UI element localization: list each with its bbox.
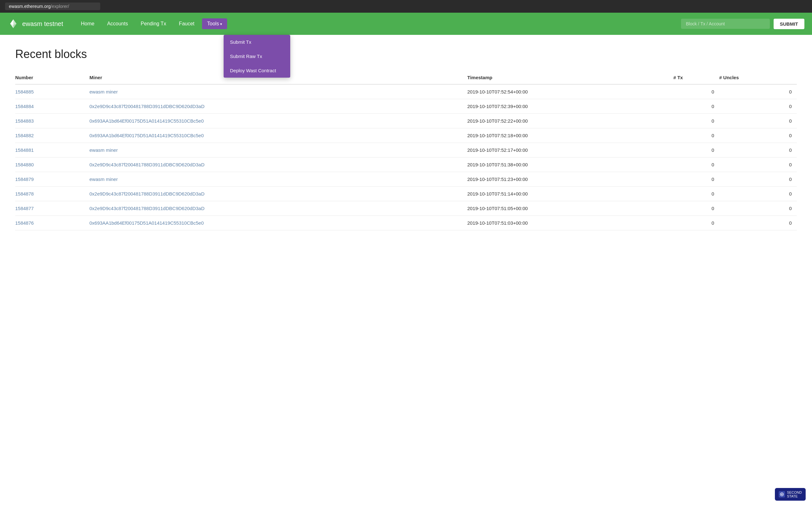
nav-right: SUBMIT (681, 19, 805, 29)
cell-block-number[interactable]: 1584884 (15, 99, 90, 114)
cell-tx-count: 0 (673, 84, 719, 99)
url-base: ewasm.ethereum.org (9, 4, 51, 9)
tools-chevron-icon (220, 21, 222, 26)
brand-name: ewasm testnet (22, 20, 63, 27)
nav-accounts[interactable]: Accounts (102, 18, 133, 29)
cell-miner[interactable]: 0x693AA1bd64Ef00175D51A0141419C55310CBc5… (90, 128, 467, 143)
cell-miner[interactable]: 0x693AA1bd64Ef00175D51A0141419C55310CBc5… (90, 216, 467, 230)
miner-link[interactable]: ewasm miner (90, 147, 118, 153)
cell-block-number[interactable]: 1584877 (15, 201, 90, 216)
table-header: Number Miner Timestamp # Tx # Uncles (15, 71, 797, 84)
cell-block-number[interactable]: 1584885 (15, 84, 90, 99)
cell-miner[interactable]: 0x2e9D9c43c87f200481788D3911dDBC9D620dD3… (90, 99, 467, 114)
cell-timestamp: 2019-10-10T07:52:22+00:00 (467, 114, 673, 128)
cell-timestamp: 2019-10-10T07:51:14+00:00 (467, 187, 673, 201)
cell-block-number[interactable]: 1584879 (15, 172, 90, 187)
cell-tx-count: 0 (673, 187, 719, 201)
cell-tx-count: 0 (673, 128, 719, 143)
cell-block-number[interactable]: 1584883 (15, 114, 90, 128)
table-row: 15848760x693AA1bd64Ef00175D51A0141419C55… (15, 216, 797, 230)
cell-block-number[interactable]: 1584876 (15, 216, 90, 230)
cell-uncles-count: 0 (719, 143, 797, 158)
cell-miner[interactable]: ewasm miner (90, 172, 467, 187)
second-state-badge[interactable]: SECONDSTATE (775, 488, 806, 501)
cell-block-number[interactable]: 1584882 (15, 128, 90, 143)
block-number-link[interactable]: 1584882 (15, 133, 34, 138)
second-state-icon (779, 491, 785, 498)
cell-tx-count: 0 (673, 172, 719, 187)
cell-uncles-count: 0 (719, 216, 797, 230)
th-uncles: # Uncles (719, 71, 797, 84)
miner-link[interactable]: 0x2e9D9c43c87f200481788D3911dDBC9D620dD3… (90, 206, 205, 211)
block-number-link[interactable]: 1584881 (15, 147, 34, 153)
cell-miner[interactable]: 0x2e9D9c43c87f200481788D3911dDBC9D620dD3… (90, 158, 467, 172)
cell-timestamp: 2019-10-10T07:52:39+00:00 (467, 99, 673, 114)
block-number-link[interactable]: 1584885 (15, 89, 34, 95)
block-number-link[interactable]: 1584883 (15, 118, 34, 124)
second-state-label: SECONDSTATE (787, 491, 802, 498)
cell-tx-count: 0 (673, 216, 719, 230)
eth-logo-icon (8, 18, 19, 30)
cell-uncles-count: 0 (719, 84, 797, 99)
nav-home[interactable]: Home (76, 18, 100, 29)
table-row: 15848840x2e9D9c43c87f200481788D3911dDBC9… (15, 99, 797, 114)
miner-link[interactable]: ewasm miner (90, 89, 118, 95)
block-number-link[interactable]: 1584884 (15, 104, 34, 109)
nav-faucet[interactable]: Faucet (174, 18, 200, 29)
browser-chrome: ewasm.ethereum.org/explorer/ (0, 0, 812, 13)
cell-timestamp: 2019-10-10T07:51:23+00:00 (467, 172, 673, 187)
cell-miner[interactable]: 0x2e9D9c43c87f200481788D3911dDBC9D620dD3… (90, 201, 467, 216)
address-bar[interactable]: ewasm.ethereum.org/explorer/ (5, 3, 100, 10)
cell-miner[interactable]: ewasm miner (90, 84, 467, 99)
miner-link[interactable]: 0x693AA1bd64Ef00175D51A0141419C55310CBc5… (90, 118, 204, 124)
miner-link[interactable]: 0x2e9D9c43c87f200481788D3911dDBC9D620dD3… (90, 162, 205, 167)
brand-link[interactable]: ewasm testnet (8, 18, 63, 30)
dropdown-deploy-wast[interactable]: Deploy Wast Contract (223, 63, 290, 78)
main-content: Recent blocks Number Miner Timestamp # T… (0, 35, 812, 507)
search-input[interactable] (681, 19, 770, 29)
cell-tx-count: 0 (673, 143, 719, 158)
table-body: 1584885ewasm miner2019-10-10T07:52:54+00… (15, 84, 797, 230)
cell-timestamp: 2019-10-10T07:51:05+00:00 (467, 201, 673, 216)
tools-dropdown-button[interactable]: Tools (202, 18, 227, 29)
blocks-table: Number Miner Timestamp # Tx # Uncles 158… (15, 71, 797, 230)
tools-label: Tools (207, 21, 219, 26)
cell-uncles-count: 0 (719, 99, 797, 114)
table-row: 1584881ewasm miner2019-10-10T07:52:17+00… (15, 143, 797, 158)
cell-uncles-count: 0 (719, 201, 797, 216)
cell-uncles-count: 0 (719, 187, 797, 201)
cell-block-number[interactable]: 1584878 (15, 187, 90, 201)
miner-link[interactable]: 0x2e9D9c43c87f200481788D3911dDBC9D620dD3… (90, 104, 205, 109)
block-number-link[interactable]: 1584876 (15, 220, 34, 226)
page-title: Recent blocks (15, 48, 797, 61)
cell-miner[interactable]: 0x693AA1bd64Ef00175D51A0141419C55310CBc5… (90, 114, 467, 128)
nav-pending-tx[interactable]: Pending Tx (136, 18, 171, 29)
submit-button[interactable]: SUBMIT (774, 19, 805, 29)
table-row: 1584879ewasm miner2019-10-10T07:51:23+00… (15, 172, 797, 187)
cell-timestamp: 2019-10-10T07:52:54+00:00 (467, 84, 673, 99)
table-row: 1584885ewasm miner2019-10-10T07:52:54+00… (15, 84, 797, 99)
cell-block-number[interactable]: 1584881 (15, 143, 90, 158)
cell-miner[interactable]: 0x2e9D9c43c87f200481788D3911dDBC9D620dD3… (90, 187, 467, 201)
th-tx: # Tx (673, 71, 719, 84)
cell-block-number[interactable]: 1584880 (15, 158, 90, 172)
nav-links: Home Accounts Pending Tx Faucet Tools (76, 18, 681, 29)
cell-timestamp: 2019-10-10T07:52:18+00:00 (467, 128, 673, 143)
miner-link[interactable]: ewasm miner (90, 176, 118, 182)
cell-timestamp: 2019-10-10T07:51:03+00:00 (467, 216, 673, 230)
dropdown-submit-raw-tx[interactable]: Submit Raw Tx (223, 49, 290, 63)
cell-tx-count: 0 (673, 158, 719, 172)
block-number-link[interactable]: 1584879 (15, 176, 34, 182)
miner-link[interactable]: 0x693AA1bd64Ef00175D51A0141419C55310CBc5… (90, 133, 204, 138)
table-row: 15848780x2e9D9c43c87f200481788D3911dDBC9… (15, 187, 797, 201)
cell-miner[interactable]: ewasm miner (90, 143, 467, 158)
block-number-link[interactable]: 1584878 (15, 191, 34, 196)
block-number-link[interactable]: 1584877 (15, 206, 34, 211)
url-path: /explorer/ (51, 4, 69, 9)
block-number-link[interactable]: 1584880 (15, 162, 34, 167)
table-row: 15848800x2e9D9c43c87f200481788D3911dDBC9… (15, 158, 797, 172)
dropdown-submit-tx[interactable]: Submit Tx (223, 35, 290, 49)
miner-link[interactable]: 0x2e9D9c43c87f200481788D3911dDBC9D620dD3… (90, 191, 205, 196)
miner-link[interactable]: 0x693AA1bd64Ef00175D51A0141419C55310CBc5… (90, 220, 204, 226)
cell-uncles-count: 0 (719, 128, 797, 143)
